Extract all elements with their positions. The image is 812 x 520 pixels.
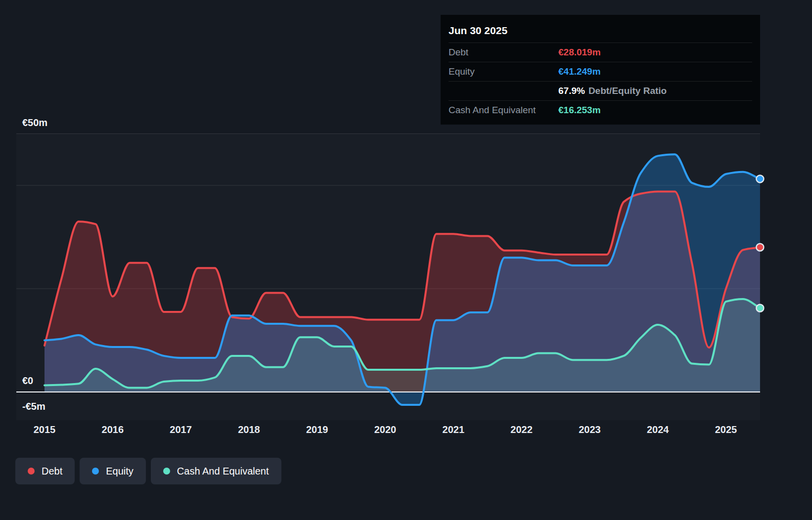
tooltip-row-value: €28.019m [558,47,752,58]
tooltip-row: Equity€41.249m [449,62,752,81]
legend-item-cash-and-equivalent[interactable]: Cash And Equivalent [151,458,281,484]
tooltip-row: Debt€28.019m [449,43,752,62]
legend: DebtEquityCash And Equivalent [15,458,281,484]
x-axis-label: 2019 [306,424,328,435]
legend-item-equity[interactable]: Equity [80,458,146,484]
tooltip-row-label: Equity [449,66,558,77]
legend-item-label: Equity [106,466,134,477]
chart-root: €50m€0-€5m 20152016201720182019202020212… [0,0,812,520]
tooltip-row-value: 67.9%Debt/Equity Ratio [558,86,752,96]
legend-item-label: Debt [42,466,62,477]
tooltip-row-suffix: Debt/Equity Ratio [588,86,667,96]
x-axis-label: 2023 [579,424,601,435]
y-axis-label: €50m [22,117,47,129]
x-axis-label: 2015 [34,424,56,435]
tooltip-row-value: €41.249m [558,66,752,77]
legend-swatch-icon [163,468,170,475]
tooltip-row: 67.9%Debt/Equity Ratio [449,81,752,100]
legend-swatch-icon [28,468,35,475]
legend-swatch-icon [92,468,99,475]
x-axis-label: 2018 [238,424,260,435]
x-axis-label: 2017 [170,424,192,435]
y-axis-label: €0 [22,375,33,387]
equity-end-marker [756,175,764,182]
tooltip-row: Cash And Equivalent€16.253m [449,100,752,120]
legend-item-debt[interactable]: Debt [15,458,75,484]
legend-item-label: Cash And Equivalent [177,466,269,477]
x-axis-label: 2016 [102,424,124,435]
tooltip-panel: Jun 30 2025 Debt€28.019mEquity€41.249m67… [441,15,760,125]
tooltip-row-label: Debt [449,47,558,58]
debt-end-marker [756,244,764,251]
x-axis-label: 2025 [715,424,737,435]
y-axis-label: -€5m [22,401,45,412]
x-axis-label: 2022 [510,424,533,435]
tooltip-row-value: €16.253m [558,105,752,116]
cash-and-equivalent-end-marker [756,304,764,312]
x-axis-label: 2020 [374,424,397,435]
tooltip-row-label: Cash And Equivalent [449,105,558,116]
x-axis-label: 2021 [443,424,465,435]
tooltip-date: Jun 30 2025 [449,22,752,43]
x-axis-label: 2024 [647,424,669,435]
tooltip-rows: Debt€28.019mEquity€41.249m67.9%Debt/Equi… [449,43,752,120]
